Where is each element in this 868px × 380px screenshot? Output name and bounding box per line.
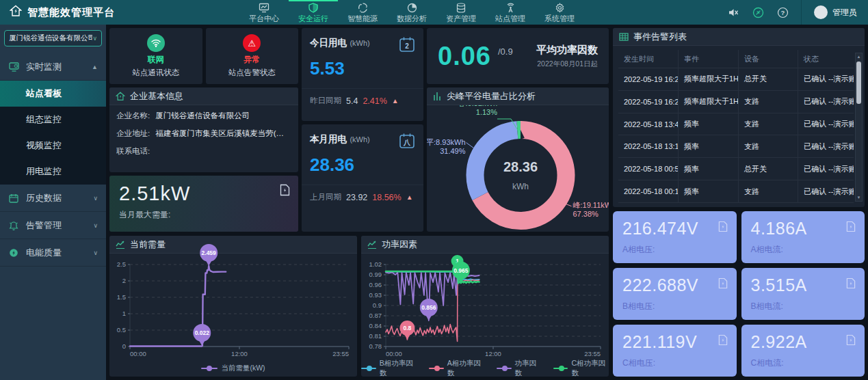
user-menu[interactable]: 管理员 (814, 5, 857, 19)
table-row[interactable]: 2022-05-18 13:4...频率支路已确认 --演示账号 (618, 113, 854, 136)
nav-tab-7[interactable]: 系统管理 (535, 0, 584, 25)
donut-chart[interactable]: 28.36kWh谷:0.32kWh1.13%平:8.93kWh31.49%峰:1… (427, 105, 609, 232)
phase-card-2[interactable]: 4.186AA相电流: (741, 211, 865, 263)
data-analysis-icon (407, 3, 417, 13)
chevron-down-icon: ∨ (93, 249, 98, 256)
system-management-icon (555, 3, 565, 13)
sidebar-item-5[interactable]: 用电监控 (0, 159, 106, 185)
company-addr-label: 企业地址: (116, 128, 150, 139)
report-file-icon[interactable] (718, 277, 728, 292)
up-triangle-icon: ▲ (392, 97, 399, 105)
svg-text:0.96: 0.96 (369, 281, 382, 288)
table-row[interactable]: 2022-05-18 00:1...频率支路已确认 --演示账号 (618, 180, 854, 203)
svg-text:12:00: 12:00 (485, 350, 501, 357)
company-info-title: 企业基本信息 (130, 90, 183, 103)
mute-icon[interactable] (727, 6, 739, 18)
report-file-icon[interactable] (846, 334, 856, 349)
nav-tab-3[interactable]: 智慧能源 (338, 0, 387, 25)
platform-center-icon (259, 3, 269, 13)
demand-line-chart[interactable]: 00.511.522.500:0012:0023:550.0222.459 (109, 254, 357, 360)
page-title: 智慧能效管理平台 (27, 6, 115, 19)
slice-label-valley: 谷:0.32kWh1.13% (438, 105, 497, 122)
report-file-icon[interactable] (846, 277, 856, 292)
report-file-icon[interactable] (280, 184, 290, 199)
sidebar-item-2[interactable]: 站点看板 (0, 81, 106, 107)
legend-item[interactable]: 功率因数 (497, 359, 541, 377)
max-demand-value: 2.51kW (119, 182, 289, 205)
main-nav: 平台中心安全运行智慧能源数据分析资产管理站点管理系统管理 (239, 0, 584, 25)
asset-management-icon (456, 3, 466, 13)
nav-tab-1[interactable]: 平台中心 (239, 0, 289, 25)
pf-title: 平均功率因数 (536, 44, 598, 57)
phase-card-5[interactable]: 221.119VC相电压: (613, 325, 737, 377)
nav-tab-2[interactable]: 安全运行 (289, 0, 338, 25)
phase-card-3[interactable]: 222.688VB相电压: (613, 268, 737, 320)
nav-tab-5[interactable]: 资产管理 (436, 0, 486, 25)
table-row[interactable]: 2022-05-19 16:2...频率超限大于1Hz支路已确认 --演示账号 (618, 91, 854, 113)
svg-text:0.78: 0.78 (369, 342, 382, 350)
header-actions: ? 管理员 (727, 0, 868, 25)
month-compare-value: 23.92 (346, 193, 367, 202)
admin-label: 管理员 (832, 7, 857, 18)
phase-card-1[interactable]: 216.474VA相电压: (613, 211, 737, 263)
sidebar-item-3[interactable]: 组态监控 (0, 107, 106, 133)
report-file-icon[interactable] (846, 221, 856, 235)
trend-up-icon (367, 240, 377, 249)
today-energy-card: 今日用电 (kWh) 5.53 昨日同期 5.4 2.41% ▲ (302, 28, 423, 121)
svg-text:0.93: 0.93 (369, 291, 382, 299)
svg-text:0.965: 0.965 (453, 267, 469, 274)
report-file-icon[interactable] (718, 221, 728, 235)
sidebar-group-6[interactable]: 历史数据∨ (0, 185, 106, 212)
report-file-icon[interactable] (718, 334, 728, 349)
demand-chart-title: 当前需量 (130, 239, 166, 251)
month-energy-card: 本月用电 (kWh) 28.36 上月同期 23.92 18.56% ▲ (302, 124, 423, 232)
table-row[interactable]: 2022-05-18 13:1...频率支路已确认 --演示账号 (618, 135, 854, 158)
month-energy-unit: (kWh) (350, 135, 369, 144)
scroll-up-icon[interactable]: ▲ (857, 53, 861, 60)
legend-item[interactable]: 当前需量(kW) (201, 364, 265, 373)
chevron-up-icon: ▲ (92, 64, 98, 70)
content: 联网 站点通讯状态 ⚠ 异常 站点告警状态 (106, 25, 868, 380)
company-name: 厦门锐谷通信设备有限公司 (155, 111, 250, 121)
top-header: 智慧能效管理平台 平台中心安全运行智慧能源数据分析资产管理站点管理系统管理 ? … (0, 0, 868, 25)
event-alarm-title: 事件告警列表 (633, 31, 687, 43)
legend-item[interactable]: A相功率因数 (429, 359, 484, 377)
demand-chart-card: 当前需量 00.511.522.500:0012:0023:550.0222.4… (109, 236, 357, 377)
nav-tab-4[interactable]: 数据分析 (387, 0, 436, 25)
link-status-icon[interactable] (752, 6, 764, 18)
legend-item[interactable]: C相功率因数 (553, 359, 609, 377)
sidebar-group-8[interactable]: 电能质量∨ (0, 239, 106, 267)
phase-card-4[interactable]: 3.515AB相电流: (741, 268, 865, 320)
svg-text:1: 1 (122, 310, 126, 317)
nav-tab-6[interactable]: 站点管理 (486, 0, 535, 25)
legend-item[interactable]: B相功率因数 (361, 359, 417, 377)
phase-card-6[interactable]: 2.922AC相电流: (741, 325, 865, 377)
avatar (814, 5, 828, 19)
table-scrollbar[interactable]: ▲ ▼ (855, 53, 863, 202)
comm-status-card: 联网 站点通讯状态 (109, 28, 202, 84)
legend-marker-icon (361, 366, 376, 371)
scroll-down-icon[interactable]: ▼ (857, 194, 861, 201)
svg-text:1.02: 1.02 (369, 260, 382, 268)
svg-text:0.8: 0.8 (403, 325, 411, 331)
svg-text:23:55: 23:55 (584, 350, 601, 357)
company-select[interactable]: 厦门锐谷通信设备有限公司 ∨ (4, 30, 102, 46)
max-demand-label: 当月最大需量: (119, 209, 289, 221)
table-row[interactable]: 2022-05-18 00:5...频率总开关已确认 --演示账号 (618, 158, 854, 180)
pf-line-chart[interactable]: 0.780.810.840.870.90.930.960.991.0200:00… (361, 254, 609, 360)
warning-icon: ⚠ (243, 34, 261, 52)
svg-text:八: 八 (403, 139, 411, 146)
peak-valley-card: 尖峰平谷电量占比分析 28.36kWh谷:0.32kWh1.13%平:8.93k… (427, 87, 609, 232)
sidebar-group-1[interactable]: 实时监测▲ (0, 53, 106, 81)
demand-legend: 当前需量(kW) (109, 360, 357, 377)
sidebar-group-7[interactable]: 告警管理∨ (0, 212, 106, 239)
table-row[interactable]: 2022-05-19 16:2...频率超限大于1Hz总开关已确认 --演示账号 (618, 68, 854, 91)
legend-marker-icon (201, 366, 218, 371)
alarm-status-card: ⚠ 异常 站点告警状态 (206, 28, 299, 84)
sidebar-item-4[interactable]: 视频监控 (0, 133, 106, 159)
svg-text:?: ? (780, 9, 785, 16)
help-icon[interactable]: ? (776, 6, 789, 18)
comm-status-label: 站点通讯状态 (132, 68, 179, 78)
power-quality-icon (8, 248, 19, 258)
scroll-thumb[interactable] (856, 62, 861, 104)
